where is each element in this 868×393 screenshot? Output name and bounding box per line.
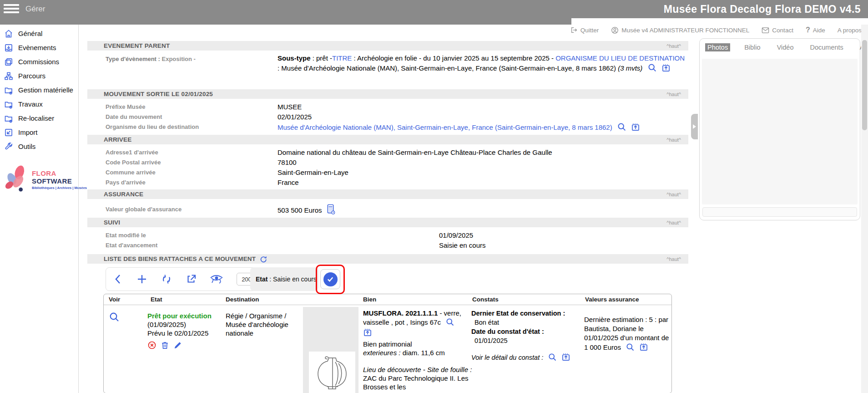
- top-anchor-link[interactable]: ^haut^: [666, 92, 681, 97]
- sidebar-item-commissions[interactable]: Commissions: [0, 55, 77, 69]
- open-record-icon[interactable]: [661, 63, 671, 72]
- search-icon[interactable]: [445, 317, 454, 327]
- quit-label: Quitter: [580, 27, 599, 34]
- copy-icon: [4, 57, 13, 66]
- help-button[interactable]: ? Aide: [806, 26, 825, 34]
- top-anchor-link[interactable]: ^haut^: [666, 192, 681, 197]
- export-icon[interactable]: [186, 274, 197, 285]
- field-row: Date du mouvement 02/01/2025: [87, 112, 688, 122]
- delete-icon[interactable]: [161, 341, 169, 352]
- search-icon[interactable]: [617, 122, 626, 132]
- calculator-icon[interactable]: [327, 204, 335, 214]
- back-chevron-icon[interactable]: [113, 273, 123, 285]
- search-icon[interactable]: [626, 342, 635, 352]
- status-badge: Prêt pour exécution: [147, 311, 226, 320]
- organisme-destination-link[interactable]: Musée d'Archéologie Nationale (MAN), Sai…: [278, 123, 612, 131]
- top-anchor-link[interactable]: ^haut^: [666, 137, 681, 143]
- search-icon[interactable]: [647, 63, 657, 72]
- bien-thumbnail[interactable]: [309, 352, 355, 393]
- sidebar-item-parcours[interactable]: Parcours: [0, 69, 77, 83]
- field-value: 78100: [278, 158, 297, 166]
- section-title: EVENEMENT PARENT: [104, 42, 170, 49]
- column-header: Bien: [303, 296, 471, 303]
- question-icon: ?: [806, 26, 810, 34]
- toolbar-card: [106, 267, 256, 291]
- section-header-assurance: ASSURANCE ^haut^: [87, 189, 688, 199]
- edit-icon[interactable]: [173, 341, 182, 352]
- section-header-mouvement: MOUVEMENT SORTIE LE 02/01/2025 ^haut^: [87, 89, 688, 99]
- sidebar-item-outils[interactable]: Outils: [0, 139, 77, 153]
- biens-table: Voir Etat Destination Bien Constats Vale…: [103, 294, 672, 393]
- contact-button[interactable]: Contact: [762, 27, 793, 34]
- page-scrollbar-thumb[interactable]: [862, 40, 867, 130]
- field-label: Code Postal arrivée: [87, 159, 278, 166]
- organisme-link[interactable]: ORGANISME DU LIEU DE DESTINATION: [555, 54, 685, 62]
- refresh-icon[interactable]: [259, 255, 267, 263]
- about-button[interactable]: A propos: [838, 27, 862, 34]
- recycle-icon[interactable]: [161, 273, 172, 285]
- panel-footer-bar[interactable]: [702, 207, 857, 217]
- sidebar-item-label: Outils: [18, 143, 35, 150]
- section-header-evenement-parent: EVENEMENT PARENT ^haut^: [87, 41, 688, 51]
- mail-icon: [762, 27, 769, 34]
- tray-icon: [4, 43, 13, 52]
- media-panel: Photos Biblio Vidéo Documents Archives: [699, 38, 860, 220]
- open-record-icon[interactable]: [631, 122, 640, 132]
- hamburger-menu-icon[interactable]: [4, 4, 19, 14]
- validate-filter-button[interactable]: [320, 269, 340, 289]
- main-content: EVENEMENT PARENT ^haut^ Type d'évènement…: [87, 38, 688, 393]
- tab-biblio[interactable]: Biblio: [742, 43, 762, 51]
- field-label: Adresse1 d'arrivée: [87, 149, 278, 156]
- sidebar-item-label: Parcours: [18, 72, 45, 80]
- field-value: 503 500 Euros: [278, 206, 322, 214]
- tab-video[interactable]: Vidéo: [775, 43, 796, 51]
- sidebar-item-evenements[interactable]: Evènements: [0, 41, 77, 55]
- bien-type: Bien patrimonial: [363, 340, 472, 348]
- user-icon: [611, 26, 619, 34]
- status-date: (01/09/2025): [147, 320, 226, 329]
- sidebar-divider: [78, 25, 79, 393]
- user-name: Musée v4 ADMINISTRATEUR FONCTIONNEL: [621, 27, 749, 34]
- top-bar-extension: [0, 18, 571, 25]
- sidebar-item-import[interactable]: Import: [0, 125, 77, 139]
- quit-button[interactable]: Quitter: [570, 26, 599, 34]
- sidebar-item-label: Import: [18, 128, 38, 136]
- sous-type-label: Sous-type: [278, 54, 311, 62]
- contact-label: Contact: [772, 27, 793, 34]
- import-icon: [4, 128, 13, 137]
- add-icon[interactable]: [136, 274, 147, 285]
- menu-label[interactable]: Gérer: [25, 5, 45, 14]
- cancel-icon[interactable]: [147, 341, 156, 352]
- field-label: Pays d'arrivée: [87, 179, 278, 186]
- tab-documents[interactable]: Documents: [807, 43, 845, 51]
- section-title: LISTE DES BIENS RATTACHES A CE MOUVEMENT: [104, 255, 256, 262]
- user-account[interactable]: Musée v4 ADMINISTRATEUR FONCTIONNEL: [611, 26, 749, 34]
- help-label: Aide: [813, 27, 825, 34]
- photos-content-area: [702, 59, 858, 204]
- panel-collapse-handle[interactable]: [691, 114, 698, 139]
- sitemap-icon: [4, 71, 13, 81]
- top-anchor-link[interactable]: ^haut^: [666, 220, 681, 225]
- open-record-icon[interactable]: [363, 328, 372, 337]
- open-record-icon[interactable]: [639, 342, 648, 352]
- titre-link[interactable]: TITRE: [332, 54, 352, 62]
- sidebar-item-relocaliser[interactable]: Re-localiser: [0, 111, 77, 125]
- field-row: Préfixe Musée MUSEE: [87, 102, 688, 112]
- field-label: Organisme du lieu de destination: [87, 123, 278, 130]
- search-icon[interactable]: [548, 352, 557, 362]
- evenement-value: Sous-type : prêt -TITRE : Archéologie en…: [278, 53, 687, 87]
- field-value: Saisie en cours: [439, 241, 486, 249]
- open-record-icon[interactable]: [561, 352, 570, 362]
- eye-of-horus-icon[interactable]: [210, 274, 223, 285]
- top-anchor-link[interactable]: ^haut^: [666, 43, 681, 49]
- view-record-icon[interactable]: [109, 316, 120, 324]
- top-anchor-link[interactable]: ^haut^: [666, 256, 681, 262]
- home-icon: [4, 29, 13, 38]
- sidebar-item-general[interactable]: Général: [0, 26, 77, 41]
- table-header-row: Voir Etat Destination Bien Constats Vale…: [104, 294, 671, 305]
- section-title: SUIVI: [104, 219, 120, 226]
- sidebar-item-gestion-materielle[interactable]: Gestion matérielle: [0, 83, 77, 97]
- folder-globe-icon: [4, 114, 13, 123]
- sidebar-item-travaux[interactable]: Travaux: [0, 97, 77, 111]
- tab-photos[interactable]: Photos: [705, 43, 730, 51]
